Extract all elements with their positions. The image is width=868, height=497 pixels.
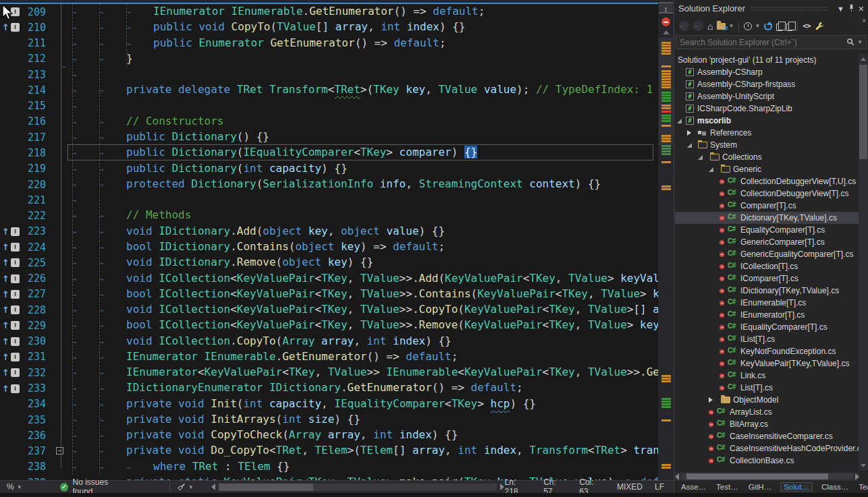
scroll-down-arrow-icon[interactable]: [861, 464, 866, 467]
caret-down-icon[interactable]: ▼: [857, 39, 863, 45]
outlining-margin[interactable]: [53, 239, 72, 255]
outlining-margin[interactable]: [53, 98, 72, 114]
code-line[interactable]: ↑I226→→void ICollection<KeyValuePair<TKe…: [0, 271, 658, 287]
outlining-margin[interactable]: [53, 129, 72, 145]
scrollbar-thumb[interactable]: [686, 473, 828, 479]
editor-glyph-margin[interactable]: ↑I: [0, 239, 23, 255]
tree-item[interactable]: C#IEqualityComparer[T].cs: [675, 321, 859, 333]
code-line[interactable]: ↑I229→→bool ICollection<KeyValuePair<TKe…: [0, 318, 658, 333]
code-line[interactable]: 234→→private void Init(int capacity, IEq…: [0, 397, 658, 412]
code-line[interactable]: ↑I227→→bool ICollection<KeyValuePair<TKe…: [0, 287, 658, 302]
codelens-up-icon[interactable]: ↑: [2, 305, 9, 314]
outlining-margin[interactable]: [53, 82, 72, 98]
codelens-up-icon[interactable]: ↑: [2, 337, 9, 346]
outlining-margin[interactable]: [53, 380, 72, 396]
editor-glyph-margin[interactable]: ↑I: [0, 365, 23, 380]
editor-glyph-margin[interactable]: [0, 161, 23, 177]
codelens-i-badge[interactable]: I: [11, 258, 20, 267]
solution-tree[interactable]: Solution 'project-gui' (11 of 11 project…: [675, 54, 859, 471]
outlining-margin[interactable]: −: [53, 443, 72, 459]
outlining-margin[interactable]: [53, 145, 72, 160]
tree-item[interactable]: ObjectModel: [675, 394, 859, 406]
outlining-margin[interactable]: [53, 36, 72, 51]
code-cleanup-control[interactable]: ▼: [177, 483, 194, 492]
tree-item[interactable]: Collections: [675, 151, 859, 163]
tree-item[interactable]: System: [675, 139, 859, 151]
home-icon[interactable]: ⌂: [707, 22, 713, 31]
editor-glyph-margin[interactable]: ↑I: [0, 224, 23, 239]
editor-glyph-margin[interactable]: ↑I: [0, 334, 23, 349]
editor-glyph-margin[interactable]: [0, 475, 23, 480]
tree-item[interactable]: #ICSharpCode.SharpZipLib: [675, 103, 859, 115]
tool-window-tab[interactable]: Class…: [820, 483, 850, 491]
code-editor[interactable]: ↑I209→→→IEnumerator IEnumerable.GetEnume…: [0, 0, 674, 480]
outlining-margin[interactable]: [53, 51, 72, 67]
outlining-margin[interactable]: [53, 224, 72, 239]
codelens-up-icon[interactable]: ↑: [2, 274, 9, 283]
code-line[interactable]: 219→→public Dictionary(int capacity) {}: [0, 161, 658, 177]
code-line[interactable]: ↑I209→→→IEnumerator IEnumerable.GetEnume…: [0, 4, 658, 20]
outlining-margin[interactable]: [53, 271, 72, 287]
zoom-control[interactable]: % ▼: [7, 482, 22, 492]
tree-item[interactable]: #Assembly-CSharp-firstpass: [675, 78, 859, 90]
show-all-files-icon[interactable]: [786, 24, 792, 31]
code-line[interactable]: ↑I224→→bool IDictionary.Contains(object …: [0, 239, 658, 255]
editor-glyph-margin[interactable]: ↑I: [0, 349, 23, 365]
outlining-margin[interactable]: [53, 318, 72, 333]
code-line[interactable]: 235→→private void InitArrays(int size) {…: [0, 412, 658, 428]
editor-glyph-margin[interactable]: [0, 145, 23, 160]
drag-grip[interactable]: [751, 6, 828, 11]
tool-window-tab[interactable]: Test…: [715, 483, 740, 491]
expander-icon[interactable]: [677, 119, 682, 123]
codelens-up-icon[interactable]: ↑: [2, 258, 9, 267]
editor-glyph-margin[interactable]: [0, 459, 23, 475]
code-line[interactable]: 213→: [0, 67, 658, 82]
split-editor-icon[interactable]: ↕: [659, 2, 673, 13]
tool-window-tab[interactable]: Asse…: [680, 483, 707, 491]
outlining-margin[interactable]: [53, 412, 72, 428]
scroll-up-arrow-icon[interactable]: [663, 30, 670, 34]
code-line[interactable]: ↑I233→→IDictionaryEnumerator IDictionary…: [0, 380, 658, 396]
tree-item[interactable]: C#ICollection[T].cs: [675, 260, 859, 272]
tool-window-tab-active[interactable]: Solut…: [780, 482, 813, 492]
codelens-i-badge[interactable]: I: [11, 290, 20, 299]
scroll-left-arrow-icon[interactable]: [211, 484, 215, 490]
expander-icon[interactable]: [709, 167, 713, 172]
outlining-margin[interactable]: [53, 67, 72, 82]
editor-glyph-margin[interactable]: ↑I: [0, 380, 23, 396]
codelens-i-badge[interactable]: I: [11, 337, 20, 346]
expander-icon[interactable]: [698, 155, 703, 160]
outlining-margin[interactable]: [53, 114, 72, 129]
tree-item[interactable]: C#CollectionDebuggerView[T].cs: [675, 187, 859, 200]
outlining-margin[interactable]: [53, 192, 72, 208]
editor-glyph-margin[interactable]: ↑I: [0, 20, 23, 35]
pending-changes-filter-icon[interactable]: ▼: [744, 22, 760, 30]
editor-horizontal-scrollbar[interactable]: [219, 484, 497, 491]
code-line[interactable]: 222→→// Methods: [0, 208, 658, 223]
outlining-margin[interactable]: [53, 287, 72, 302]
outlining-margin[interactable]: [53, 4, 72, 20]
editor-glyph-margin[interactable]: [0, 412, 23, 428]
codelens-i-badge[interactable]: I: [11, 23, 20, 32]
tree-item[interactable]: Generic: [675, 163, 859, 175]
tool-window-tab[interactable]: GitH…: [747, 483, 774, 491]
tree-item[interactable]: C#GenericComparer[T].cs: [675, 236, 859, 248]
tree-item[interactable]: C#IComparer[T].cs: [675, 272, 859, 285]
scroll-up-arrow-icon[interactable]: [861, 57, 866, 61]
outlining-margin[interactable]: [53, 161, 72, 177]
outlining-margin[interactable]: [53, 349, 72, 365]
editor-glyph-margin[interactable]: [0, 443, 23, 459]
codelens-i-badge[interactable]: I: [11, 227, 20, 236]
solution-explorer-titlebar[interactable]: Solution Explorer ▼ ×: [674, 0, 868, 17]
tree-item[interactable]: C#Comparer[T].cs: [675, 200, 859, 212]
scrollbar-thumb[interactable]: [859, 65, 867, 159]
editor-glyph-margin[interactable]: [0, 208, 23, 223]
tree-item[interactable]: C#CaseInsensitiveComparer.cs: [675, 430, 859, 442]
refresh-icon[interactable]: [764, 22, 772, 30]
codelens-i-badge[interactable]: I: [11, 321, 20, 330]
code-line[interactable]: ↑I231→→IEnumerator IEnumerable.GetEnumer…: [0, 349, 658, 365]
editor-vertical-scrollbar[interactable]: ↕: [658, 0, 674, 480]
search-input[interactable]: [676, 35, 867, 49]
code-line[interactable]: 237−→→private void Do_CopyTo<TRet, TElem…: [0, 443, 658, 459]
close-icon[interactable]: ×: [859, 5, 864, 13]
